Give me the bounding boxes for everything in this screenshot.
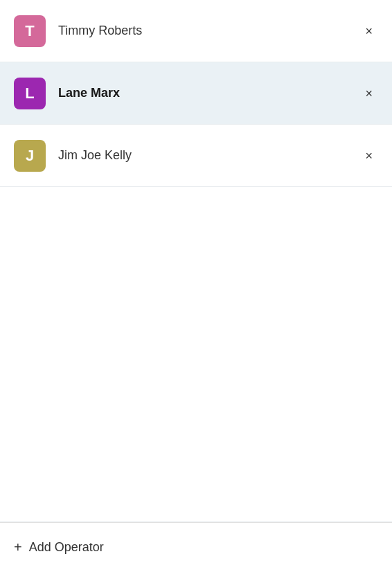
operator-name-jim: Jim Joe Kelly [58, 148, 359, 163]
avatar-initial-lane: L [25, 84, 34, 102]
list-spacer [0, 187, 392, 522]
add-operator-button[interactable]: + Add Operator [14, 539, 104, 555]
operator-item-timmy: T Timmy Roberts × [0, 0, 392, 62]
operator-item-lane: L Lane Marx × [0, 62, 392, 125]
close-button-lane[interactable]: × [359, 84, 378, 102]
avatar-initial-jim: J [26, 147, 34, 165]
operator-name-lane: Lane Marx [58, 86, 359, 100]
add-operator-label: Add Operator [29, 540, 104, 555]
operator-list: T Timmy Roberts × L Lane Marx × J Jim Jo… [0, 0, 392, 522]
avatar-initial-timmy: T [25, 22, 34, 40]
close-button-timmy[interactable]: × [359, 22, 378, 40]
add-operator-footer: + Add Operator [0, 522, 392, 572]
close-button-jim[interactable]: × [359, 147, 378, 165]
avatar-jim: J [14, 140, 46, 172]
operator-item-jim: J Jim Joe Kelly × [0, 125, 392, 187]
avatar-timmy: T [14, 15, 46, 47]
avatar-lane: L [14, 78, 46, 109]
plus-icon: + [14, 539, 22, 555]
operator-name-timmy: Timmy Roberts [58, 24, 359, 38]
